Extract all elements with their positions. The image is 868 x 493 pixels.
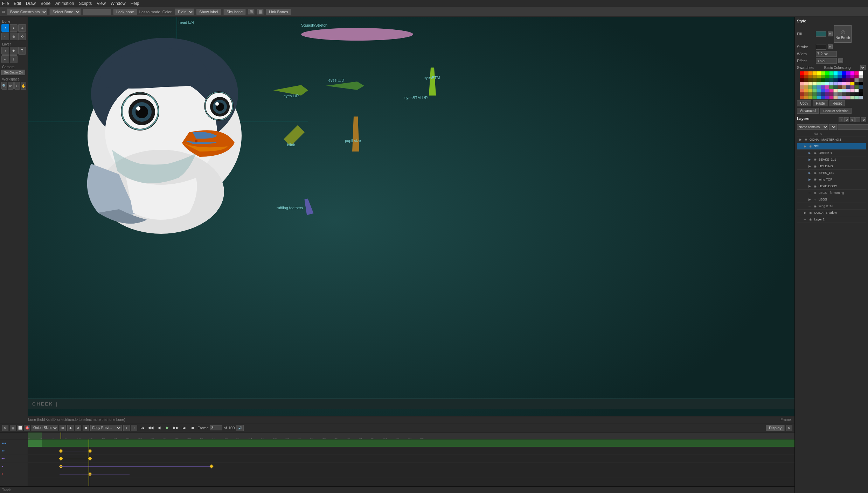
layers-filter-dropdown[interactable]: Name contains...	[797, 124, 828, 130]
layer-legs[interactable]: ▶ ○ LEGS	[797, 196, 866, 203]
layers-icon-2[interactable]: ⊕	[844, 117, 849, 122]
stroke-edit-btn[interactable]: ✏	[828, 44, 833, 49]
menu-bone[interactable]: Bone	[41, 1, 50, 6]
layer-beaks[interactable]: ▶ ◉ BEAKS_1o1	[797, 156, 866, 163]
layer-layer2[interactable]: ─ ◉ Layer 2	[797, 216, 866, 223]
paste-btn[interactable]: Paste	[813, 100, 828, 106]
layer-head-body[interactable]: ▶ ◉ HEAD BODY	[797, 183, 866, 190]
tool-bone-4[interactable]: ↔	[1, 33, 9, 40]
menu-help[interactable]: Help	[131, 1, 139, 6]
layers-filter-type[interactable]	[829, 124, 837, 130]
menu-draw[interactable]: Draw	[26, 1, 36, 6]
play-forward[interactable]: ▶	[164, 424, 171, 431]
fill-color-swatch[interactable]	[816, 31, 826, 37]
canvas-area[interactable]: head L/R Squash/Stretch eyes L/R eyes U/…	[28, 17, 794, 423]
timeline-btn-1[interactable]: ⚙	[2, 425, 8, 431]
layers-icon-1[interactable]: ↕	[839, 117, 843, 122]
audio-btn[interactable]: 🔊	[236, 425, 244, 431]
track-label-3: ●●	[0, 455, 28, 463]
keyframe-6[interactable]	[209, 464, 213, 468]
tl-num-btn[interactable]: 1	[123, 425, 130, 431]
menu-scripts[interactable]: Scripts	[79, 1, 92, 6]
layer-oona-shadow[interactable]: ▶ ◉ OONA - shadow	[797, 210, 866, 216]
link-bones-btn[interactable]: Link Bones	[266, 9, 291, 15]
tool-bone-2[interactable]: ✦	[10, 24, 18, 32]
keyframe-4[interactable]	[88, 457, 92, 460]
layer-legs-turning[interactable]: ─ ◉ LEGS - for turning	[797, 190, 866, 196]
tool-ws-1[interactable]: 🔍	[1, 82, 7, 90]
plain-dropdown[interactable]: Plain	[175, 8, 194, 15]
play-record[interactable]: ⏺	[189, 424, 196, 431]
play-to-end[interactable]: ⏭	[181, 424, 188, 431]
svg-rect-122	[813, 92, 817, 96]
layer-wing-top[interactable]: ▶ ◉ wing TOP	[797, 176, 866, 183]
tool-ws-2[interactable]: ⟳	[8, 82, 13, 90]
tl-loop-btn[interactable]: ↺	[75, 425, 81, 431]
shy-bone-btn[interactable]: Shy bone	[223, 9, 246, 15]
tl-grid-btn[interactable]: ⊞	[60, 425, 66, 431]
tl-rec-btn[interactable]: ⏺	[83, 425, 89, 431]
tl-icon-2[interactable]: ⬜	[17, 425, 23, 431]
layer-3-4f[interactable]: ▶ ◉ 3/4f	[797, 143, 866, 150]
menu-window[interactable]: Window	[111, 1, 126, 6]
mode-dropdown[interactable]: Select Bone	[49, 8, 81, 15]
menu-file[interactable]: File	[2, 1, 9, 6]
tool-bone-3[interactable]: ✚	[18, 24, 26, 32]
copy-preview-dropdown[interactable]: Copy Previ...	[90, 425, 122, 431]
tl-select-btn[interactable]: ↕	[131, 425, 137, 431]
layers-search-input[interactable]	[838, 124, 868, 130]
tool-layer-1[interactable]: ↕	[1, 47, 9, 55]
effect-input[interactable]	[816, 58, 837, 64]
menu-view[interactable]: View	[97, 1, 106, 6]
layers-icon-3[interactable]: ⊗	[850, 117, 855, 122]
reset-btn[interactable]: Reset	[829, 100, 845, 106]
swatches-grid[interactable]	[797, 71, 866, 99]
tool-bone-1[interactable]: ↗	[1, 24, 9, 32]
tl-icon-3[interactable]: 🎯	[24, 425, 30, 431]
frame-input[interactable]	[210, 425, 222, 430]
play-back-step[interactable]: ◀◀	[147, 424, 154, 431]
tool-ws-4[interactable]: ✋	[21, 82, 26, 90]
show-label-btn[interactable]: Show label	[196, 9, 221, 15]
lock-bone-btn[interactable]: Lock bone	[113, 9, 137, 15]
keyframe-2[interactable]	[88, 449, 92, 453]
tool-layer-5[interactable]: T	[10, 55, 18, 63]
copy-btn[interactable]: Copy	[797, 100, 811, 106]
layer-eyes[interactable]: ▶ ◉ EYES_1o1	[797, 170, 866, 176]
layer-cheek1[interactable]: ▶ ◉ CHEEK 1	[797, 150, 866, 156]
checker-btn[interactable]: Checker selection	[820, 108, 852, 114]
onion-skins-dropdown[interactable]: Onion Skins	[32, 425, 58, 431]
constraint-dropdown[interactable]: Bone Constraints	[7, 8, 47, 15]
icon1-btn[interactable]: ⊞	[248, 9, 255, 15]
play-forward-fast[interactable]: ▶▶	[172, 424, 179, 431]
layers-icon-5[interactable]: ⚙	[861, 117, 866, 122]
play-back[interactable]: ◀	[155, 424, 162, 431]
display-btn[interactable]: Display	[766, 425, 785, 431]
tl-icon-1[interactable]: ▤	[10, 425, 16, 431]
play-to-start[interactable]: ⏮	[139, 424, 146, 431]
swatches-dropdown[interactable]	[860, 65, 866, 70]
tool-layer-2[interactable]: ✚	[10, 47, 18, 55]
set-origin-btn[interactable]: Set Origin (0)	[1, 70, 25, 75]
svg-rect-56	[850, 75, 855, 78]
tl-key-btn[interactable]: ◆	[67, 425, 74, 431]
icon2-btn[interactable]: ▦	[257, 9, 264, 15]
layer-oona-master[interactable]: ▶ ◉ OONA - MASTER v3.3	[797, 136, 866, 143]
tool-layer-4[interactable]: ↔	[1, 55, 9, 63]
svg-rect-78	[817, 82, 821, 85]
tl-settings-btn[interactable]: ⚙	[786, 425, 792, 431]
width-input[interactable]	[816, 51, 837, 57]
tool-layer-3[interactable]: T	[18, 47, 26, 55]
effect-btn[interactable]: …	[838, 58, 843, 63]
tool-ws-3[interactable]: ⊖	[14, 82, 20, 90]
menu-animation[interactable]: Animation	[55, 1, 74, 6]
layers-icon-4[interactable]: ⋯	[855, 117, 860, 122]
fill-edit-btn[interactable]: ✏	[828, 31, 833, 36]
tool-bone-6[interactable]: ⟲	[18, 33, 26, 40]
advanced-btn[interactable]: Advanced	[797, 108, 819, 114]
tool-bone-5[interactable]: ⊕	[10, 33, 18, 40]
layer-wing-btm[interactable]: ─ ◉ wing BTM	[797, 203, 866, 210]
stroke-color-swatch[interactable]	[816, 44, 826, 50]
layer-holding[interactable]: ▶ ◉ HOLDING	[797, 163, 866, 170]
menu-edit[interactable]: Edit	[14, 1, 21, 6]
